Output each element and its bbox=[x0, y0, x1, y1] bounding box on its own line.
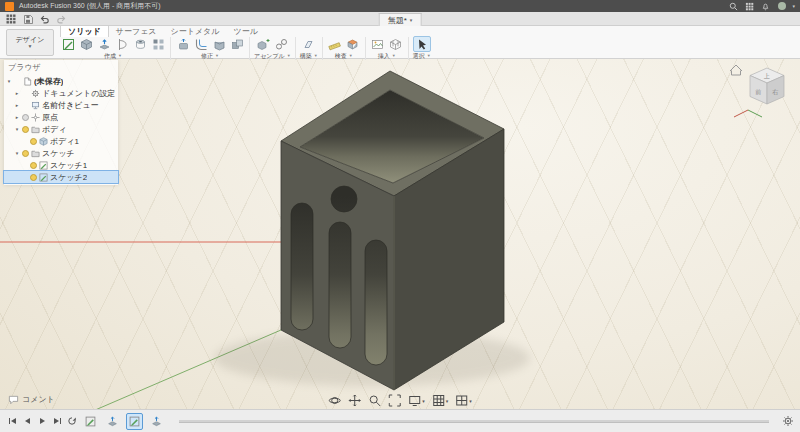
group-construct-label[interactable]: 構築 bbox=[300, 52, 312, 61]
expander-icon[interactable]: ▾ bbox=[14, 150, 20, 156]
settings-gear-button[interactable] bbox=[782, 415, 794, 427]
zoom-icon[interactable] bbox=[368, 394, 381, 407]
new-component-icon[interactable] bbox=[255, 37, 271, 51]
expander-icon[interactable]: ▾ bbox=[6, 78, 12, 84]
slot-3[interactable] bbox=[365, 240, 387, 365]
expander-icon[interactable]: ▸ bbox=[14, 114, 20, 120]
hole-icon[interactable] bbox=[132, 37, 148, 51]
slot-1[interactable] bbox=[291, 203, 313, 330]
account-caret-icon[interactable]: ▾ bbox=[792, 4, 795, 9]
timeline-track[interactable] bbox=[179, 420, 769, 423]
group-construct-caret-icon[interactable]: ▼ bbox=[314, 54, 318, 58]
viewports-icon[interactable]: ▾ bbox=[455, 394, 472, 407]
browser-item-bodies-folder[interactable]: ▾ ボディ bbox=[4, 123, 118, 135]
construction-plane-icon[interactable] bbox=[301, 37, 317, 51]
document-tab-caret-icon[interactable]: ▾ bbox=[410, 18, 413, 23]
3d-viewport[interactable]: ブラウザ ▾ (未保存) ▸ ドキュメントの設定 ▸ 名前付きビュー ▸ bbox=[0, 58, 800, 410]
timeline-feature-sketch2[interactable] bbox=[126, 413, 143, 430]
group-create-label[interactable]: 作成 bbox=[104, 52, 116, 61]
workspace-selector-button[interactable]: デザイン ▼ bbox=[6, 29, 54, 56]
grid-snap-caret-icon[interactable]: ▾ bbox=[446, 398, 449, 404]
expander-icon[interactable]: ▾ bbox=[14, 126, 20, 132]
viewcube-home-icon[interactable] bbox=[730, 65, 742, 75]
tab-solid[interactable]: ソリッド bbox=[60, 25, 109, 37]
timeline-step-forward-button[interactable] bbox=[51, 415, 63, 427]
shell-icon[interactable] bbox=[211, 37, 227, 51]
create-sketch-icon[interactable] bbox=[60, 37, 76, 51]
joint-icon[interactable] bbox=[273, 37, 289, 51]
timeline-feature-sketch1[interactable] bbox=[82, 413, 99, 430]
apps-grid-icon[interactable] bbox=[744, 1, 755, 11]
slot-2[interactable] bbox=[329, 222, 351, 348]
revolve-icon[interactable] bbox=[114, 37, 130, 51]
group-create-caret-icon[interactable]: ▼ bbox=[118, 54, 122, 58]
primitive-box-icon[interactable] bbox=[78, 37, 94, 51]
measure-icon[interactable] bbox=[327, 37, 343, 51]
pattern-icon[interactable] bbox=[150, 37, 166, 51]
notifications-bell-icon[interactable] bbox=[760, 1, 771, 11]
section-analysis-icon[interactable] bbox=[345, 37, 361, 51]
timeline-feature-extrude1[interactable] bbox=[104, 413, 121, 430]
grid-snap-icon[interactable]: ▾ bbox=[432, 394, 449, 407]
insert-canvas-icon[interactable] bbox=[370, 37, 386, 51]
group-select-caret-icon[interactable]: ▼ bbox=[427, 54, 431, 58]
timeline-play-button[interactable] bbox=[36, 415, 48, 427]
group-modify-label[interactable]: 修正 bbox=[201, 52, 213, 61]
group-modify-caret-icon[interactable]: ▼ bbox=[215, 54, 219, 58]
group-inspect-label[interactable]: 検査 bbox=[335, 52, 347, 61]
scene-canvas[interactable] bbox=[0, 58, 800, 410]
browser-item-origin[interactable]: ▸ 原点 bbox=[4, 111, 118, 123]
search-icon[interactable] bbox=[728, 1, 739, 11]
fit-view-icon[interactable] bbox=[388, 394, 401, 407]
viewcube[interactable]: 上 前 右 bbox=[728, 62, 792, 122]
browser-item-sketches-folder[interactable]: ▾ スケッチ bbox=[4, 147, 118, 159]
data-panel-icon[interactable] bbox=[5, 13, 16, 24]
tab-tools[interactable]: ツール bbox=[226, 26, 264, 37]
display-settings-icon[interactable]: ▾ bbox=[408, 394, 425, 407]
expander-icon[interactable]: ▸ bbox=[14, 90, 20, 96]
visibility-bulb-icon[interactable] bbox=[22, 126, 29, 133]
display-settings-caret-icon[interactable]: ▾ bbox=[422, 398, 425, 404]
select-tool-icon[interactable] bbox=[413, 36, 431, 52]
browser-item-named-views[interactable]: ▸ 名前付きビュー bbox=[4, 99, 118, 111]
group-insert-label[interactable]: 挿入 bbox=[378, 52, 390, 61]
group-assemble-caret-icon[interactable]: ▼ bbox=[287, 54, 291, 58]
undo-icon[interactable] bbox=[39, 13, 50, 24]
pan-icon[interactable] bbox=[348, 394, 361, 407]
timeline-step-back-button[interactable] bbox=[21, 415, 33, 427]
timeline-go-to-start-button[interactable] bbox=[6, 415, 18, 427]
tab-sheetmetal[interactable]: シートメタル bbox=[164, 26, 227, 37]
document-tab[interactable]: 無題* ▾ bbox=[379, 13, 422, 26]
browser-item-document-settings[interactable]: ▸ ドキュメントの設定 bbox=[4, 87, 118, 99]
visibility-bulb-icon[interactable] bbox=[30, 138, 37, 145]
browser-item-body1[interactable]: ボディ1 bbox=[4, 135, 118, 147]
group-assemble-label[interactable]: アセンブル bbox=[254, 52, 285, 61]
insert-mesh-icon[interactable] bbox=[388, 37, 404, 51]
visibility-bulb-icon[interactable] bbox=[30, 174, 37, 181]
orbit-icon[interactable] bbox=[328, 394, 341, 407]
hole-circle[interactable] bbox=[331, 186, 357, 212]
save-icon[interactable] bbox=[22, 13, 33, 24]
group-select-label[interactable]: 選択 bbox=[413, 52, 425, 61]
body-cube-icon bbox=[39, 137, 48, 146]
visibility-bulb-icon[interactable] bbox=[22, 150, 29, 157]
timeline-loop-button[interactable] bbox=[66, 415, 78, 427]
browser-item-root[interactable]: ▾ (未保存) bbox=[4, 75, 118, 87]
browser-item-sketch2[interactable]: スケッチ2 bbox=[4, 171, 118, 183]
browser-item-sketch1[interactable]: スケッチ1 bbox=[4, 159, 118, 171]
viewports-caret-icon[interactable]: ▾ bbox=[469, 398, 472, 404]
timeline-feature-extrude2[interactable] bbox=[148, 413, 165, 430]
fillet-icon[interactable] bbox=[193, 37, 209, 51]
expander-icon[interactable]: ▸ bbox=[14, 102, 20, 108]
visibility-bulb-icon[interactable] bbox=[22, 114, 29, 121]
tab-surface[interactable]: サーフェス bbox=[109, 26, 164, 37]
redo-icon[interactable] bbox=[56, 13, 67, 24]
comment-toggle[interactable]: コメント bbox=[8, 394, 55, 405]
group-inspect-caret-icon[interactable]: ▼ bbox=[349, 54, 353, 58]
group-insert-caret-icon[interactable]: ▼ bbox=[392, 54, 396, 58]
visibility-bulb-icon[interactable] bbox=[30, 162, 37, 169]
combine-icon[interactable] bbox=[229, 37, 245, 51]
extrude-icon[interactable] bbox=[96, 37, 112, 51]
press-pull-icon[interactable] bbox=[175, 37, 191, 51]
user-avatar[interactable] bbox=[776, 1, 787, 11]
